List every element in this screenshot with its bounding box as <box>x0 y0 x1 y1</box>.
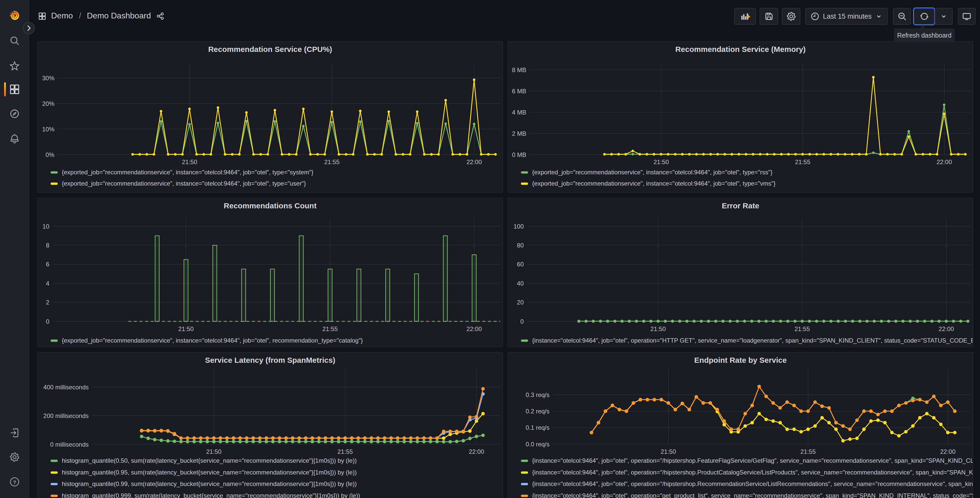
svg-text:60: 60 <box>517 261 524 268</box>
svg-text:400 milliseconds: 400 milliseconds <box>43 384 89 391</box>
svg-text:22:00: 22:00 <box>469 448 484 455</box>
svg-text:22:00: 22:00 <box>940 448 956 455</box>
svg-text:2 MB: 2 MB <box>512 130 526 137</box>
svg-text:30%: 30% <box>42 75 54 81</box>
svg-text:22:00: 22:00 <box>466 158 482 165</box>
svg-text:21:55: 21:55 <box>795 158 810 165</box>
svg-text:21:50: 21:50 <box>661 448 676 455</box>
svg-text:10: 10 <box>42 223 49 230</box>
svg-text:21:50: 21:50 <box>654 158 669 165</box>
svg-text:0%: 0% <box>46 152 54 158</box>
svg-text:40: 40 <box>517 280 524 287</box>
svg-text:0.2 req/s: 0.2 req/s <box>526 408 549 415</box>
svg-text:8 MB: 8 MB <box>512 67 526 73</box>
svg-text:80: 80 <box>517 242 524 249</box>
svg-text:0.0 req/s: 0.0 req/s <box>526 441 549 448</box>
svg-text:2: 2 <box>46 299 49 306</box>
svg-text:8: 8 <box>46 242 49 249</box>
svg-text:22:00: 22:00 <box>939 326 954 332</box>
svg-text:21:50: 21:50 <box>182 158 197 165</box>
svg-text:21:55: 21:55 <box>794 326 810 332</box>
svg-text:200 milliseconds: 200 milliseconds <box>43 412 89 419</box>
svg-text:21:55: 21:55 <box>800 448 816 455</box>
svg-text:6 MB: 6 MB <box>512 88 526 94</box>
svg-text:0 milliseconds: 0 milliseconds <box>50 441 89 448</box>
svg-text:?: ? <box>13 480 16 485</box>
svg-text:21:55: 21:55 <box>337 448 353 455</box>
svg-text:0: 0 <box>46 318 49 325</box>
svg-text:21:55: 21:55 <box>324 158 339 165</box>
svg-text:4: 4 <box>46 280 49 287</box>
svg-text:22:00: 22:00 <box>937 158 952 165</box>
svg-text:20: 20 <box>517 299 524 306</box>
svg-text:0.1 req/s: 0.1 req/s <box>526 424 549 431</box>
svg-text:21:55: 21:55 <box>322 326 338 332</box>
svg-text:4 MB: 4 MB <box>512 109 526 116</box>
svg-text:6: 6 <box>46 261 49 268</box>
svg-text:10%: 10% <box>42 126 54 132</box>
svg-text:0: 0 <box>520 318 524 325</box>
svg-text:22:00: 22:00 <box>466 326 482 332</box>
svg-text:21:50: 21:50 <box>178 326 194 332</box>
svg-text:0.3 req/s: 0.3 req/s <box>526 391 549 398</box>
svg-text:20%: 20% <box>42 100 54 107</box>
svg-text:21:50: 21:50 <box>206 448 221 455</box>
svg-text:0 MB: 0 MB <box>512 152 526 158</box>
svg-text:21:50: 21:50 <box>651 326 666 332</box>
svg-text:100: 100 <box>514 223 524 230</box>
